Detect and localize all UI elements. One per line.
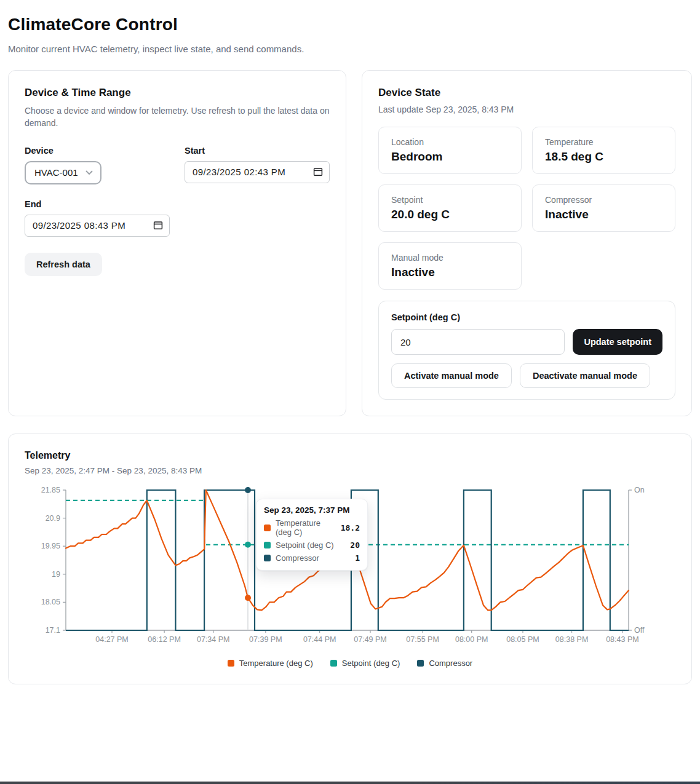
tooltip-row-setpoint: Setpoint (deg C) 20 [264,540,360,550]
legend-item-compressor[interactable]: Compressor [417,659,472,668]
temperature-swatch-icon [228,660,234,667]
telemetry-card: Telemetry Sep 23, 2025, 2:47 PM - Sep 23… [8,434,692,684]
telemetry-range: Sep 23, 2025, 2:47 PM - Sep 23, 2025, 8:… [25,466,675,475]
device-select[interactable]: HVAC-001 [25,161,101,184]
svg-text:Off: Off [634,626,645,635]
tile-label: Compressor [545,195,662,205]
tile-label: Location [391,137,509,147]
setpoint-input-label: Setpoint (deg C) [391,312,662,322]
compressor-swatch-icon [264,555,271,561]
end-datetime-input[interactable] [25,215,170,237]
page-subtitle: Monitor current HVAC telemetry, inspect … [8,44,692,54]
state-tile-location: Location Bedroom [378,127,522,174]
legend-label: Compressor [429,659,472,668]
device-state-title: Device State [378,87,675,99]
start-datetime-input[interactable] [185,161,330,183]
state-tile-temperature: Temperature 18.5 deg C [532,127,675,174]
state-tile-setpoint: Setpoint 20.0 deg C [378,184,522,232]
svg-text:On: On [634,486,645,494]
tooltip-label: Setpoint (deg C) [276,540,334,550]
tile-value: Inactive [391,266,509,279]
update-setpoint-button[interactable]: Update setpoint [573,329,662,355]
svg-text:08:00 PM: 08:00 PM [455,635,488,644]
svg-text:04:27 PM: 04:27 PM [95,635,129,644]
calendar-icon[interactable] [312,167,324,178]
tile-label: Temperature [545,137,662,147]
chevron-down-icon [86,170,93,175]
tooltip-value: 1 [355,553,360,563]
start-label: Start [185,146,330,156]
tile-value: 20.0 deg C [391,208,509,221]
svg-text:08:38 PM: 08:38 PM [555,635,589,644]
bottom-panel-edge [0,782,700,784]
tooltip-label: Temperature (deg C) [276,518,336,537]
svg-text:17.1: 17.1 [46,626,60,635]
legend-item-setpoint[interactable]: Setpoint (deg C) [330,659,400,668]
temperature-swatch-icon [264,525,271,531]
svg-text:20.9: 20.9 [46,514,60,523]
setpoint-swatch-icon [330,660,337,667]
svg-text:07:34 PM: 07:34 PM [197,635,230,644]
device-label: Device [25,146,170,156]
svg-text:08:43 PM: 08:43 PM [606,635,639,644]
telemetry-title: Telemetry [25,450,675,461]
page-title: ClimateCore Control [8,14,692,36]
chart-legend: Temperature (deg C) Setpoint (deg C) Com… [25,659,675,668]
tooltip-label: Compressor [276,553,319,563]
state-tile-manual-mode: Manual mode Inactive [378,242,522,290]
tile-value: 18.5 deg C [545,150,662,164]
svg-text:21.85: 21.85 [41,486,60,494]
tile-label: Manual mode [391,253,509,263]
tooltip-value: 18.2 [341,523,360,533]
device-time-range-card: Device & Time Range Choose a device and … [8,70,346,416]
svg-text:07:44 PM: 07:44 PM [303,635,336,644]
legend-label: Setpoint (deg C) [342,659,400,668]
state-tile-compressor: Compressor Inactive [532,184,675,232]
svg-text:19: 19 [52,570,60,579]
activate-manual-mode-button[interactable]: Activate manual mode [391,363,512,388]
svg-text:07:55 PM: 07:55 PM [406,635,439,644]
tile-value: Bedroom [391,150,509,164]
legend-item-temperature[interactable]: Temperature (deg C) [228,659,313,668]
svg-text:08:05 PM: 08:05 PM [506,635,539,644]
device-state-card: Device State Last update Sep 23, 2025, 8… [362,70,692,416]
svg-text:19.95: 19.95 [41,542,60,550]
setpoint-swatch-icon [264,542,271,548]
svg-text:18.05: 18.05 [41,598,60,606]
tile-label: Setpoint [391,195,509,205]
tooltip-row-compressor: Compressor 1 [264,553,360,563]
end-label: End [25,199,170,209]
chart-tooltip: Sep 23, 2025, 7:37 PM Temperature (deg C… [256,499,368,571]
tooltip-title: Sep 23, 2025, 7:37 PM [264,505,360,515]
legend-label: Temperature (deg C) [239,659,313,668]
last-update: Last update Sep 23, 2025, 8:43 PM [378,105,675,114]
svg-text:06:12 PM: 06:12 PM [148,635,181,644]
setpoint-panel: Setpoint (deg C) Update setpoint Activat… [378,301,675,400]
device-time-range-title: Device & Time Range [25,87,330,99]
telemetry-chart[interactable]: 21.8520.919.951918.0517.104:27 PM06:12 P… [25,485,675,650]
refresh-data-button[interactable]: Refresh data [25,253,102,276]
svg-text:07:39 PM: 07:39 PM [249,635,282,644]
tooltip-value: 20 [350,540,360,550]
compressor-swatch-icon [417,660,424,667]
calendar-icon[interactable] [153,220,164,231]
deactivate-manual-mode-button[interactable]: Deactivate manual mode [520,363,650,388]
svg-text:07:49 PM: 07:49 PM [354,635,387,644]
tooltip-row-temperature: Temperature (deg C) 18.2 [264,518,360,537]
tile-value: Inactive [545,208,662,221]
tile-spacer [532,242,675,290]
device-select-value: HVAC-001 [34,167,78,178]
setpoint-input[interactable] [391,329,565,355]
device-time-range-description: Choose a device and window for telemetry… [25,105,330,130]
